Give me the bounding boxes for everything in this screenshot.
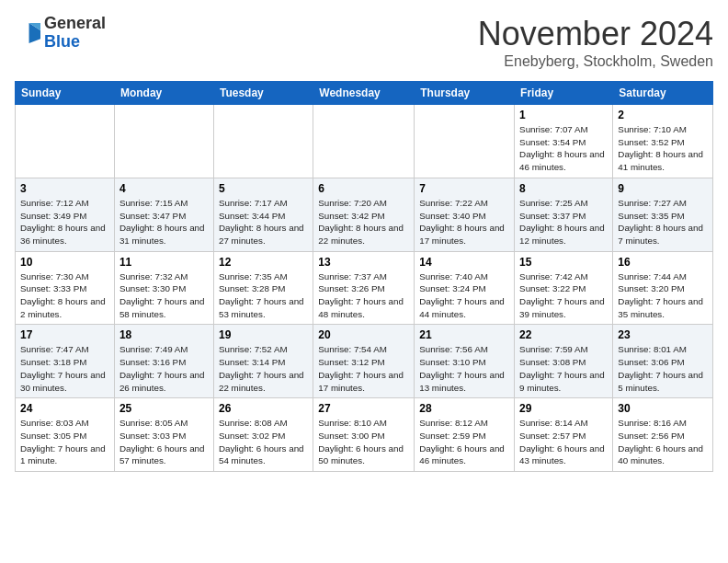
day-info: Sunrise: 7:52 AMSunset: 3:14 PMDaylight:… (219, 343, 308, 394)
day-info: Sunrise: 8:08 AMSunset: 3:02 PMDaylight:… (219, 417, 308, 467)
table-row: 9Sunrise: 7:27 AMSunset: 3:35 PMDaylight… (613, 178, 713, 251)
day-number: 6 (318, 182, 409, 195)
calendar-header: Sunday Monday Tuesday Wednesday Thursday… (16, 82, 713, 105)
weekday-monday: Monday (114, 82, 213, 105)
day-number: 15 (519, 256, 608, 269)
day-number: 22 (519, 328, 608, 341)
month-title: November 2024 (478, 15, 713, 53)
table-row: 24Sunrise: 8:03 AMSunset: 3:05 PMDayligh… (16, 398, 115, 472)
logo-general: General (44, 14, 106, 32)
page-header: General Blue November 2024 Enebyberg, St… (15, 15, 713, 70)
day-number: 2 (618, 109, 708, 121)
day-number: 5 (219, 182, 308, 195)
day-info: Sunrise: 8:14 AMSunset: 2:57 PMDaylight:… (519, 417, 608, 467)
day-number: 8 (519, 182, 608, 195)
table-row: 1Sunrise: 7:07 AMSunset: 3:54 PMDaylight… (515, 105, 613, 178)
day-info: Sunrise: 8:12 AMSunset: 2:59 PMDaylight:… (419, 417, 509, 467)
table-row: 23Sunrise: 8:01 AMSunset: 3:06 PMDayligh… (613, 325, 713, 398)
day-number: 25 (119, 402, 209, 415)
day-number: 7 (419, 182, 509, 195)
day-number: 29 (519, 402, 608, 415)
day-number: 21 (419, 328, 509, 341)
day-info: Sunrise: 7:17 AMSunset: 3:44 PMDaylight:… (219, 197, 308, 247)
table-row (16, 105, 115, 178)
day-number: 20 (318, 328, 409, 341)
day-number: 18 (119, 328, 209, 341)
table-row: 21Sunrise: 7:56 AMSunset: 3:10 PMDayligh… (415, 325, 515, 398)
table-row: 5Sunrise: 7:17 AMSunset: 3:44 PMDaylight… (213, 178, 313, 251)
table-row (114, 105, 213, 178)
day-number: 28 (419, 402, 509, 415)
table-row: 25Sunrise: 8:05 AMSunset: 3:03 PMDayligh… (114, 398, 213, 472)
day-number: 10 (20, 256, 109, 269)
day-number: 1 (519, 109, 608, 121)
day-number: 9 (618, 182, 708, 195)
day-info: Sunrise: 7:15 AMSunset: 3:47 PMDaylight:… (119, 197, 209, 247)
day-number: 17 (20, 328, 109, 341)
table-row: 13Sunrise: 7:37 AMSunset: 3:26 PMDayligh… (313, 251, 415, 325)
table-row: 15Sunrise: 7:42 AMSunset: 3:22 PMDayligh… (515, 251, 613, 325)
day-info: Sunrise: 7:54 AMSunset: 3:12 PMDaylight:… (318, 343, 409, 394)
table-row (213, 105, 313, 178)
logo-blue: Blue (44, 32, 80, 51)
day-number: 4 (119, 182, 209, 195)
table-row: 6Sunrise: 7:20 AMSunset: 3:42 PMDaylight… (313, 178, 415, 251)
day-info: Sunrise: 8:16 AMSunset: 2:56 PMDaylight:… (618, 417, 708, 467)
day-info: Sunrise: 7:42 AMSunset: 3:22 PMDaylight:… (519, 270, 608, 321)
table-row: 26Sunrise: 8:08 AMSunset: 3:02 PMDayligh… (213, 398, 313, 472)
day-info: Sunrise: 7:32 AMSunset: 3:30 PMDaylight:… (119, 270, 209, 321)
weekday-thursday: Thursday (415, 82, 515, 105)
table-row: 18Sunrise: 7:49 AMSunset: 3:16 PMDayligh… (114, 325, 213, 398)
table-row (313, 105, 415, 178)
day-info: Sunrise: 7:40 AMSunset: 3:24 PMDaylight:… (419, 270, 509, 321)
day-number: 30 (618, 402, 708, 415)
day-info: Sunrise: 7:20 AMSunset: 3:42 PMDaylight:… (318, 197, 409, 247)
day-info: Sunrise: 8:05 AMSunset: 3:03 PMDaylight:… (119, 417, 209, 467)
day-number: 27 (318, 402, 409, 415)
weekday-wednesday: Wednesday (313, 82, 415, 105)
weekday-saturday: Saturday (613, 82, 713, 105)
day-info: Sunrise: 7:27 AMSunset: 3:35 PMDaylight:… (618, 197, 708, 247)
day-info: Sunrise: 8:01 AMSunset: 3:06 PMDaylight:… (618, 343, 708, 394)
day-number: 12 (219, 256, 308, 269)
calendar-body: 1Sunrise: 7:07 AMSunset: 3:54 PMDaylight… (16, 105, 713, 472)
day-info: Sunrise: 7:07 AMSunset: 3:54 PMDaylight:… (519, 123, 608, 174)
day-number: 14 (419, 256, 509, 269)
table-row: 7Sunrise: 7:22 AMSunset: 3:40 PMDaylight… (415, 178, 515, 251)
table-row: 12Sunrise: 7:35 AMSunset: 3:28 PMDayligh… (213, 251, 313, 325)
table-row: 30Sunrise: 8:16 AMSunset: 2:56 PMDayligh… (613, 398, 713, 472)
day-number: 11 (119, 256, 209, 269)
day-info: Sunrise: 7:30 AMSunset: 3:33 PMDaylight:… (20, 270, 109, 321)
table-row: 17Sunrise: 7:47 AMSunset: 3:18 PMDayligh… (16, 325, 115, 398)
day-info: Sunrise: 7:10 AMSunset: 3:52 PMDaylight:… (618, 123, 708, 174)
day-info: Sunrise: 7:49 AMSunset: 3:16 PMDaylight:… (119, 343, 209, 394)
table-row: 16Sunrise: 7:44 AMSunset: 3:20 PMDayligh… (613, 251, 713, 325)
title-block: November 2024 Enebyberg, Stockholm, Swed… (478, 15, 713, 70)
table-row: 28Sunrise: 8:12 AMSunset: 2:59 PMDayligh… (415, 398, 515, 472)
table-row: 29Sunrise: 8:14 AMSunset: 2:57 PMDayligh… (515, 398, 613, 472)
day-number: 16 (618, 256, 708, 269)
day-info: Sunrise: 7:56 AMSunset: 3:10 PMDaylight:… (419, 343, 509, 394)
table-row: 14Sunrise: 7:40 AMSunset: 3:24 PMDayligh… (415, 251, 515, 325)
table-row: 20Sunrise: 7:54 AMSunset: 3:12 PMDayligh… (313, 325, 415, 398)
table-row: 19Sunrise: 7:52 AMSunset: 3:14 PMDayligh… (213, 325, 313, 398)
table-row: 22Sunrise: 7:59 AMSunset: 3:08 PMDayligh… (515, 325, 613, 398)
logo: General Blue (15, 15, 106, 52)
calendar-table: Sunday Monday Tuesday Wednesday Thursday… (15, 81, 713, 472)
day-number: 26 (219, 402, 308, 415)
logo-icon (15, 20, 40, 46)
day-info: Sunrise: 7:12 AMSunset: 3:49 PMDaylight:… (20, 197, 109, 247)
table-row: 10Sunrise: 7:30 AMSunset: 3:33 PMDayligh… (16, 251, 115, 325)
table-row: 8Sunrise: 7:25 AMSunset: 3:37 PMDaylight… (515, 178, 613, 251)
day-info: Sunrise: 8:03 AMSunset: 3:05 PMDaylight:… (20, 417, 109, 467)
day-number: 23 (618, 328, 708, 341)
day-info: Sunrise: 8:10 AMSunset: 3:00 PMDaylight:… (318, 417, 409, 467)
table-row (415, 105, 515, 178)
weekday-sunday: Sunday (16, 82, 115, 105)
day-number: 24 (20, 402, 109, 415)
day-info: Sunrise: 7:25 AMSunset: 3:37 PMDaylight:… (519, 197, 608, 247)
day-info: Sunrise: 7:44 AMSunset: 3:20 PMDaylight:… (618, 270, 708, 321)
weekday-friday: Friday (515, 82, 613, 105)
day-info: Sunrise: 7:47 AMSunset: 3:18 PMDaylight:… (20, 343, 109, 394)
day-info: Sunrise: 7:59 AMSunset: 3:08 PMDaylight:… (519, 343, 608, 394)
